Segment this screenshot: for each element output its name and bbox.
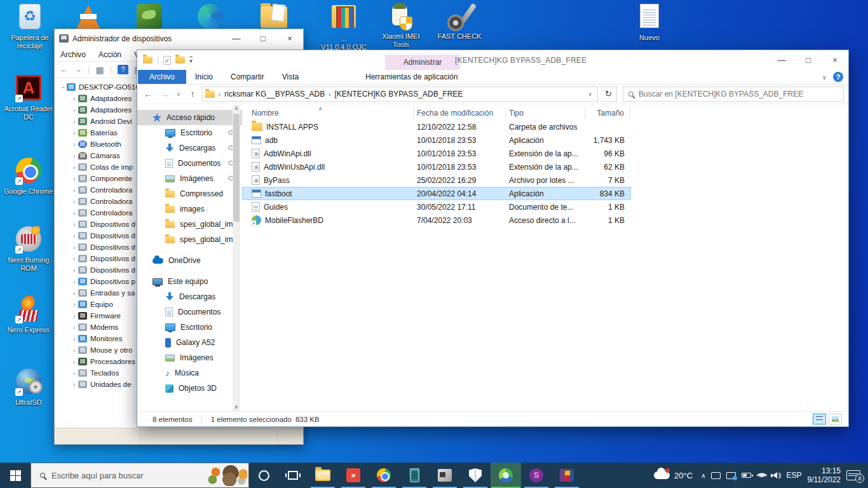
customize-toolbar-chevron-icon[interactable]: ▾ (189, 57, 193, 64)
taskbar-app-download-manager[interactable] (491, 463, 521, 488)
taskbar-app-winrar[interactable] (552, 463, 582, 488)
tab-inicio[interactable]: Inicio (186, 70, 222, 84)
file-row-adb[interactable]: adb10/01/2018 23:53Aplicación1,743 KB (242, 133, 631, 147)
close-button[interactable]: × (822, 51, 848, 69)
tablet-mode-icon[interactable] (711, 472, 721, 479)
taskbar-app-adb-tool[interactable] (399, 463, 430, 488)
expand-chevron-icon[interactable]: › (71, 175, 78, 182)
explorer-titlebar[interactable]: | ✓ ▾ Administrar [KENTECH]KG BYPASS_ADB… (137, 50, 848, 70)
expand-chevron-icon[interactable]: › (71, 370, 78, 377)
back-button[interactable]: ← (141, 89, 155, 99)
menu-accion[interactable]: Acción (98, 50, 121, 59)
expand-chevron-icon[interactable]: › (71, 278, 78, 285)
language-indicator[interactable]: ESP (786, 471, 801, 480)
expand-chevron-icon[interactable]: › (71, 221, 78, 228)
nav-scrollbar[interactable]: ∧ ∨ (233, 105, 240, 411)
nav-item-compressed[interactable]: Compressed (137, 186, 242, 201)
expand-chevron-icon[interactable]: › (71, 301, 78, 308)
taskbar-app-sigma-tool[interactable]: S (521, 463, 552, 488)
large-icons-view-button[interactable] (829, 414, 842, 424)
expand-chevron-icon[interactable]: › (71, 313, 78, 320)
nav-item-galaxy-a52[interactable]: Galaxy A52 (137, 335, 242, 350)
expand-chevron-icon[interactable]: › (71, 381, 78, 388)
nav-item-objetos-3d[interactable]: Objetos 3D (137, 381, 242, 396)
breadcrumb[interactable]: › ricksmar KG__BYPASS_ADB › [KENTECH]KG … (202, 86, 598, 102)
expand-chevron-icon[interactable]: › (71, 210, 78, 217)
maximize-button[interactable]: □ (250, 30, 276, 48)
nav-item-escritorio[interactable]: Escritorio (137, 125, 242, 140)
taskbar-app-file-explorer[interactable] (308, 463, 338, 488)
show-console-icon[interactable]: ▦ (95, 65, 104, 75)
expand-chevron-icon[interactable]: › (71, 336, 78, 342)
device-manager-titlebar[interactable]: Administrador de dispositivos — □ × (55, 29, 303, 48)
tab-archivo[interactable]: Archivo (138, 70, 186, 84)
expand-chevron-icon[interactable]: › (71, 95, 78, 102)
breadcrumb-segment[interactable]: ricksmar KG__BYPASS_ADB (224, 90, 325, 98)
desktop-icon-google-chrome[interactable]: ↗ Google Chrome (4, 156, 53, 196)
expand-chevron-icon[interactable]: › (71, 118, 78, 125)
weather-widget[interactable]: 20°C (651, 471, 695, 480)
forward-button[interactable]: → (158, 89, 172, 99)
file-row-fastboot[interactable]: fastboot20/04/2022 04:14Aplicación834 KB (242, 187, 631, 200)
desktop-icon-acrobat-reader[interactable]: ↗ Acrobat Reader DC (4, 74, 53, 121)
column-tipo[interactable]: Tipo (506, 107, 585, 119)
desktop-icon-recycle-bin[interactable]: Papelera de reciclaje (5, 3, 55, 50)
expand-chevron-icon[interactable]: › (71, 233, 78, 240)
nav-item-onedrive[interactable]: OneDrive (137, 253, 242, 268)
address-dropdown-chevron-icon[interactable]: ∨ (585, 91, 595, 97)
column-nombre[interactable]: ∧Nombre (242, 107, 414, 119)
refresh-button[interactable]: ↻ (600, 86, 617, 102)
expand-chevron-icon[interactable]: › (71, 267, 78, 274)
desktop-icon-nuevo[interactable]: Nuevo (625, 3, 674, 42)
taskbar-app-google-chrome[interactable] (369, 463, 399, 488)
expand-ribbon-chevron-icon[interactable]: ∨ (822, 74, 827, 81)
nav-item-descargas[interactable]: Descargas (137, 140, 242, 156)
taskbar-app-flash-tool[interactable]: » (338, 463, 369, 488)
desktop-icon-edge[interactable] (186, 3, 235, 32)
expand-chevron-icon[interactable]: › (71, 255, 78, 262)
column-tamano[interactable]: Tamaño (585, 107, 630, 119)
desktop-icon-nero-express[interactable]: ↗ Nero Express (4, 296, 53, 334)
close-button[interactable]: × (276, 30, 303, 48)
help-icon[interactable]: ? (118, 65, 128, 74)
nav-item-im-genes[interactable]: Imágenes (137, 350, 242, 365)
scrollbar-thumb[interactable] (233, 114, 240, 222)
battery-icon[interactable] (742, 473, 751, 478)
tab-vista[interactable]: Vista (273, 70, 308, 84)
desktop-icon-fast-check[interactable]: FAST CHECK (435, 3, 484, 41)
wifi-icon[interactable] (757, 471, 767, 479)
expand-chevron-icon[interactable]: › (71, 130, 78, 137)
desktop-icon-nero-burning-rom[interactable]: ↗ Nero Burning ROM (4, 225, 53, 273)
desktop-icon-dragon-app[interactable] (125, 3, 174, 32)
task-view-button[interactable] (278, 463, 308, 488)
back-icon[interactable]: ← (60, 65, 68, 74)
nav-item-images[interactable]: images (137, 201, 242, 217)
taskbar-search-input[interactable]: Escribe aquí para buscar (31, 463, 249, 488)
expand-chevron-icon[interactable]: › (71, 107, 78, 114)
expand-chevron-icon[interactable]: › (71, 141, 78, 148)
column-fecha[interactable]: Fecha de modificación (414, 107, 506, 119)
expand-chevron-icon[interactable]: › (71, 244, 78, 251)
minimize-button[interactable]: — (768, 51, 795, 69)
tab-compartir[interactable]: Compartir (222, 70, 273, 84)
expand-chevron-icon[interactable]: › (71, 290, 78, 297)
expand-chevron-icon[interactable]: › (71, 324, 78, 331)
expand-chevron-icon[interactable]: › (71, 152, 78, 159)
properties-icon[interactable]: ✓ (163, 56, 171, 65)
desktop-icon-xiaomi-imei-tools[interactable]: Xiaomi IMEI Tools (376, 3, 426, 49)
cortana-button[interactable] (249, 463, 278, 488)
nav-item-descargas[interactable]: Descargas (137, 289, 242, 304)
file-row-adbwinapi-dll[interactable]: AdbWinApi.dll10/01/2018 23:53Extensión d… (242, 147, 631, 160)
nav-item-documentos[interactable]: Documentos (137, 304, 242, 320)
tab-herramientas[interactable]: Herramientas de aplicación (356, 70, 466, 84)
search-input[interactable]: Buscar en [KENTECH]KG BYPASS_ADB_FREE (623, 86, 844, 102)
taskbar-app-driver-box[interactable] (430, 463, 460, 488)
nav-item-spes-global-ima[interactable]: spes_global_ima (137, 217, 242, 232)
minimize-button[interactable]: — (223, 30, 250, 48)
breadcrumb-segment[interactable]: [KENTECH]KG BYPASS_ADB_FREE (335, 90, 463, 98)
file-row-guides[interactable]: Guides30/05/2022 17:11Documento de te...… (242, 200, 631, 214)
expand-chevron-icon[interactable]: › (71, 187, 78, 194)
file-row-adbwinusbapi-dll[interactable]: AdbWinUsbApi.dll10/01/2018 23:53Extensió… (242, 160, 631, 173)
nav-item-este-equipo[interactable]: Este equipo (137, 274, 242, 289)
taskbar-app-windows-defender[interactable] (460, 463, 491, 488)
